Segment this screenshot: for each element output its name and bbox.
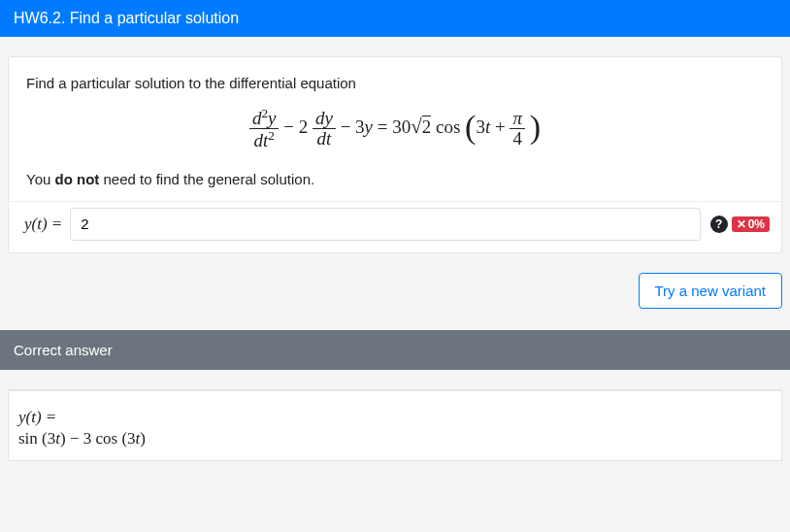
answer-input-row: y(t) = ? ✕0% bbox=[9, 201, 781, 247]
try-new-variant-button[interactable]: Try a new variant bbox=[639, 273, 783, 309]
answer-input-label: y(t) = bbox=[16, 215, 70, 234]
question-section: Find a particular solution to the differ… bbox=[0, 37, 790, 253]
correct-answer-math: y(t) = sin (3t) − 3 cos (3t) bbox=[18, 407, 772, 451]
equation-display: d2y dt2 − 2 dy dt − 3y = 30√2 cos (3t + … bbox=[26, 107, 764, 151]
answer-section: y(t) = sin (3t) − 3 cos (3t) bbox=[0, 370, 790, 462]
answer-input[interactable] bbox=[70, 208, 700, 241]
question-card: Find a particular solution to the differ… bbox=[8, 56, 782, 253]
correct-answer-header: Correct answer bbox=[0, 330, 790, 370]
actions-row: Try a new variant bbox=[0, 253, 790, 330]
help-icon[interactable]: ? bbox=[710, 216, 728, 233]
feedback-group: ? ✕0% bbox=[710, 216, 770, 233]
question-prompt: Find a particular solution to the differ… bbox=[26, 75, 764, 91]
page-title: HW6.2. Find a particular solution bbox=[0, 0, 790, 37]
question-note: You do not need to find the general solu… bbox=[26, 171, 764, 187]
answer-card: y(t) = sin (3t) − 3 cos (3t) bbox=[8, 389, 782, 462]
score-badge: ✕0% bbox=[732, 216, 770, 232]
x-icon: ✕ bbox=[737, 217, 746, 231]
